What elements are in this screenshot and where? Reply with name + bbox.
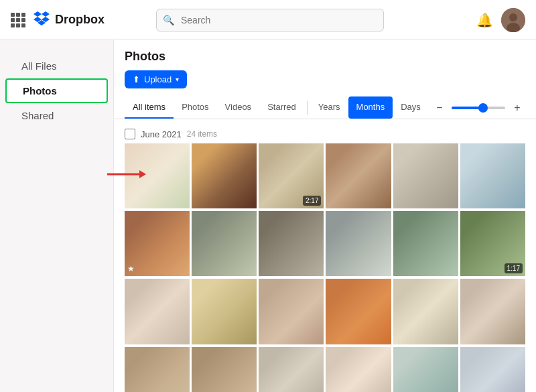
photo-row-4: [125, 347, 525, 392]
dropbox-icon: [34, 11, 50, 29]
main-layout: All Files Photos Shared Photos ⬆ Upload …: [0, 40, 536, 392]
user-avatar[interactable]: [501, 8, 525, 32]
content-area: Photos ⬆ Upload ▾ All items Photos Video…: [114, 40, 536, 392]
svg-marker-4: [139, 170, 146, 178]
photo-item[interactable]: [460, 347, 525, 392]
tab-years[interactable]: Years: [310, 96, 348, 119]
header-left: Dropbox: [11, 11, 105, 29]
dropbox-logo-text: Dropbox: [55, 13, 105, 27]
photo-item[interactable]: [192, 211, 257, 276]
upload-button[interactable]: ⬆ Upload ▾: [125, 70, 187, 88]
photo-item[interactable]: [393, 143, 458, 208]
photo-item[interactable]: [460, 143, 525, 208]
arrow-indicator: [106, 166, 146, 182]
filter-divider: [307, 101, 308, 115]
section-header: June 2021 24 items: [125, 125, 525, 143]
sidebar: All Files Photos Shared: [0, 40, 114, 392]
search-bar: 🔍: [156, 9, 384, 31]
section-item-count: 24 items: [187, 129, 217, 139]
photo-item[interactable]: 1:17: [460, 211, 525, 276]
photo-row-3: [125, 279, 525, 344]
photo-row-2: ★ 1:17: [125, 211, 525, 276]
sidebar-item-shared[interactable]: Shared: [5, 105, 108, 127]
search-input[interactable]: [156, 9, 384, 31]
notifications-icon[interactable]: 🔔: [476, 12, 493, 28]
header-right: 🔔: [476, 8, 525, 32]
photo-item[interactable]: [326, 279, 391, 344]
app-grid-icon[interactable]: [11, 13, 25, 27]
photo-item[interactable]: [125, 279, 190, 344]
photo-item[interactable]: [259, 347, 324, 392]
page-header: Photos ⬆ Upload ▾: [114, 40, 536, 96]
upload-label: Upload: [144, 74, 172, 84]
photo-item[interactable]: [393, 347, 458, 392]
photo-item[interactable]: [460, 279, 525, 344]
section-select-checkbox[interactable]: [125, 129, 135, 139]
photo-item[interactable]: [192, 279, 257, 344]
tab-photos[interactable]: Photos: [174, 96, 216, 119]
photo-item[interactable]: [192, 347, 257, 392]
app-header: Dropbox 🔍 🔔: [0, 0, 536, 40]
photo-item[interactable]: [326, 347, 391, 392]
arrow-svg: [106, 166, 146, 182]
filter-group-time: Years Months Days: [310, 96, 429, 119]
tab-all-items[interactable]: All items: [125, 96, 174, 119]
sidebar-item-photos[interactable]: Photos: [5, 78, 108, 103]
tab-months[interactable]: Months: [348, 96, 393, 119]
section-month-title: June 2021: [141, 129, 182, 139]
filter-group-main: All items Photos Videos Starred: [125, 96, 304, 119]
photo-item[interactable]: [393, 211, 458, 276]
page-title: Photos: [125, 50, 525, 64]
filter-bar: All items Photos Videos Starred Years Mo…: [114, 96, 536, 119]
sidebar-item-all-files[interactable]: All Files: [5, 55, 108, 77]
upload-icon: ⬆: [133, 74, 140, 84]
photo-row-1: 2:17: [125, 143, 525, 208]
photo-section: June 2021 24 items 2:17 ★ 1:17: [114, 125, 536, 392]
photo-item[interactable]: [259, 279, 324, 344]
zoom-out-button[interactable]: −: [431, 100, 448, 116]
photo-item[interactable]: [125, 347, 190, 392]
tab-days[interactable]: Days: [393, 96, 429, 119]
photo-item[interactable]: [326, 143, 391, 208]
zoom-controls: − +: [431, 100, 525, 116]
photo-item[interactable]: 2:17: [259, 143, 324, 208]
tab-videos[interactable]: Videos: [217, 96, 260, 119]
zoom-slider[interactable]: [452, 107, 505, 109]
svg-point-1: [509, 13, 517, 21]
zoom-in-button[interactable]: +: [509, 100, 525, 116]
photo-item[interactable]: ★: [125, 211, 190, 276]
dropbox-logo[interactable]: Dropbox: [34, 11, 105, 29]
search-icon: 🔍: [163, 15, 174, 25]
photo-item[interactable]: [393, 279, 458, 344]
photo-item[interactable]: [192, 143, 257, 208]
photo-item[interactable]: [326, 211, 391, 276]
photo-item[interactable]: [259, 211, 324, 276]
upload-chevron-icon: ▾: [176, 76, 179, 83]
tab-starred[interactable]: Starred: [259, 96, 304, 119]
